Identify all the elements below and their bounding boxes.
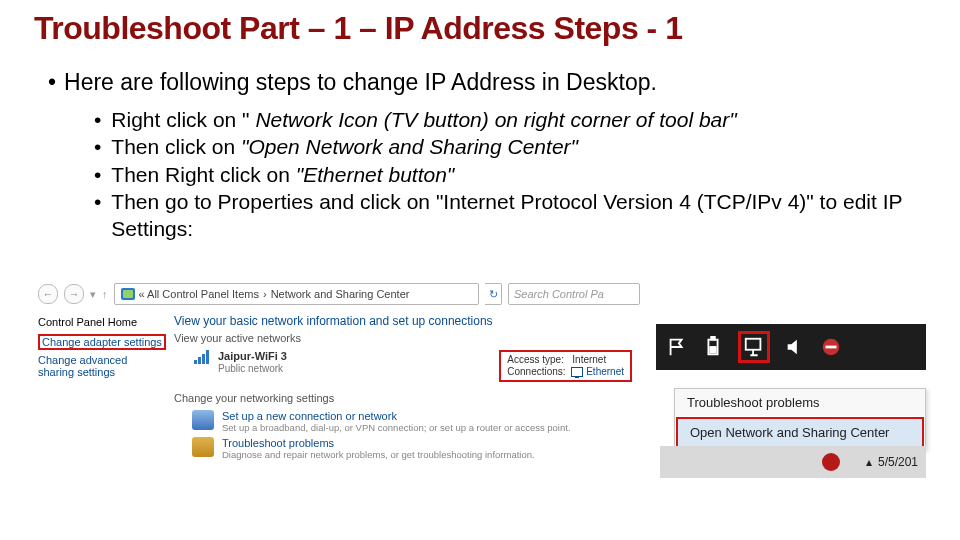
breadcrumb-current: Network and Sharing Center	[271, 288, 410, 300]
step-text: Then click on "Open Network and Sharing …	[111, 133, 926, 160]
bullet-dot: •	[94, 133, 101, 160]
ns-sub: View your active networks	[174, 332, 644, 344]
search-input[interactable]: Search Control Pa	[508, 283, 640, 305]
trend-micro-icon[interactable]	[822, 453, 840, 471]
figures-area: ← → ▾ ↑ « All Control Panel Items › Netw…	[34, 280, 926, 532]
ns-sidebar: Control Panel Home Change adapter settin…	[34, 312, 174, 460]
taskbar-chevron-icon[interactable]: ▴	[866, 455, 872, 469]
menu-item-open-network-sharing[interactable]: Open Network and Sharing Center	[676, 417, 924, 448]
svg-rect-3	[746, 339, 761, 350]
system-tray	[656, 324, 926, 370]
change-heading: Change your networking settings	[174, 392, 644, 404]
forward-button[interactable]: →	[64, 284, 84, 304]
troubleshoot-option[interactable]: Troubleshoot problems Diagnose and repai…	[192, 437, 644, 460]
taskbar-snippet: ▴ 5/5/201	[660, 446, 926, 478]
step-item: • Right click on " Network Icon (TV butt…	[94, 106, 926, 133]
highlight-box	[738, 331, 770, 363]
access-type-label: Access type:	[507, 354, 564, 365]
option-desc: Set up a broadband, dial-up, or VPN conn…	[222, 422, 571, 433]
network-type: Public network	[218, 363, 283, 374]
change-settings-section: Change your networking settings Set up a…	[174, 392, 644, 460]
step-item: • Then go to Properties and click on "In…	[94, 188, 926, 243]
flag-icon[interactable]	[666, 336, 688, 358]
active-network-name: Jaipur-WiFi 3 Public network	[218, 350, 287, 374]
step-text: Then Right click on "Ethernet button"	[111, 161, 926, 188]
breadcrumb-sep: ›	[263, 288, 267, 300]
taskbar-date: 5/5/201	[878, 455, 918, 469]
setup-connection-option[interactable]: Set up a new connection or network Set u…	[192, 410, 644, 433]
access-type-value: Internet	[572, 354, 606, 365]
explorer-address-bar: ← → ▾ ↑ « All Control Panel Items › Netw…	[34, 280, 644, 308]
volume-icon[interactable]	[784, 336, 806, 358]
network-name: Jaipur-WiFi 3	[218, 350, 287, 362]
wifi-signal-icon	[194, 350, 210, 364]
step-item: • Then Right click on "Ethernet button"	[94, 161, 926, 188]
sidebar-home[interactable]: Control Panel Home	[38, 316, 166, 328]
breadcrumb-parent: « All Control Panel Items	[139, 288, 259, 300]
breadcrumb[interactable]: « All Control Panel Items › Network and …	[114, 283, 480, 305]
ethernet-link-text: Ethernet	[586, 366, 624, 377]
highlight-box: Change adapter settings	[38, 334, 166, 350]
step-text: Then go to Properties and click on "Inte…	[111, 188, 926, 243]
bullet-dot: •	[48, 69, 56, 96]
sidebar-link-adapter[interactable]: Change adapter settings	[38, 334, 166, 350]
slide-title: Troubleshoot Part – 1 – IP Address Steps…	[34, 10, 926, 47]
spacer	[846, 457, 860, 467]
back-button[interactable]: ←	[38, 284, 58, 304]
steps-list: • Right click on " Network Icon (TV butt…	[94, 106, 926, 242]
up-button[interactable]: ↑	[102, 288, 108, 300]
control-panel-icon	[121, 288, 135, 300]
refresh-button[interactable]: ↻	[485, 283, 502, 305]
active-network-row: Jaipur-WiFi 3 Public network Access type…	[194, 350, 644, 382]
svg-rect-1	[711, 337, 715, 340]
option-title: Troubleshoot problems	[222, 437, 535, 449]
option-desc: Diagnose and repair network problems, or…	[222, 449, 535, 460]
slide-root: Troubleshoot Part – 1 – IP Address Steps…	[0, 0, 960, 540]
option-title: Set up a new connection or network	[222, 410, 571, 422]
dropdown-chevron-icon[interactable]: ▾	[90, 288, 96, 301]
step-text: Right click on " Network Icon (TV button…	[111, 106, 926, 133]
troubleshoot-icon	[192, 437, 214, 457]
menu-item-troubleshoot[interactable]: Troubleshoot problems	[675, 389, 925, 416]
svg-rect-2	[710, 347, 716, 353]
svg-rect-5	[826, 346, 837, 349]
ethernet-link[interactable]: Ethernet	[571, 366, 624, 377]
ns-headline: View your basic network information and …	[174, 314, 644, 328]
network-context-menu: Troubleshoot problems Open Network and S…	[674, 388, 926, 450]
blocked-icon[interactable]	[820, 336, 842, 358]
intro-text: Here are following steps to change IP Ad…	[64, 69, 657, 96]
bullet-dot: •	[94, 106, 101, 133]
battery-icon[interactable]	[702, 336, 724, 358]
connections-label: Connections:	[507, 366, 565, 377]
new-connection-icon	[192, 410, 214, 430]
bullet-dot: •	[94, 188, 101, 243]
sidebar-link-advanced[interactable]: Change advanced sharing settings	[38, 354, 166, 378]
network-sharing-screenshot: ← → ▾ ↑ « All Control Panel Items › Netw…	[34, 280, 644, 460]
ns-main: View your basic network information and …	[174, 312, 644, 460]
network-icon[interactable]	[743, 336, 765, 358]
step-item: • Then click on "Open Network and Sharin…	[94, 133, 926, 160]
connection-details-box: Access type: Internet Connections: Ether…	[499, 350, 632, 382]
intro-bullet: • Here are following steps to change IP …	[34, 69, 926, 96]
bullet-dot: •	[94, 161, 101, 188]
ethernet-icon	[571, 367, 583, 377]
ns-body: Control Panel Home Change adapter settin…	[34, 312, 644, 460]
